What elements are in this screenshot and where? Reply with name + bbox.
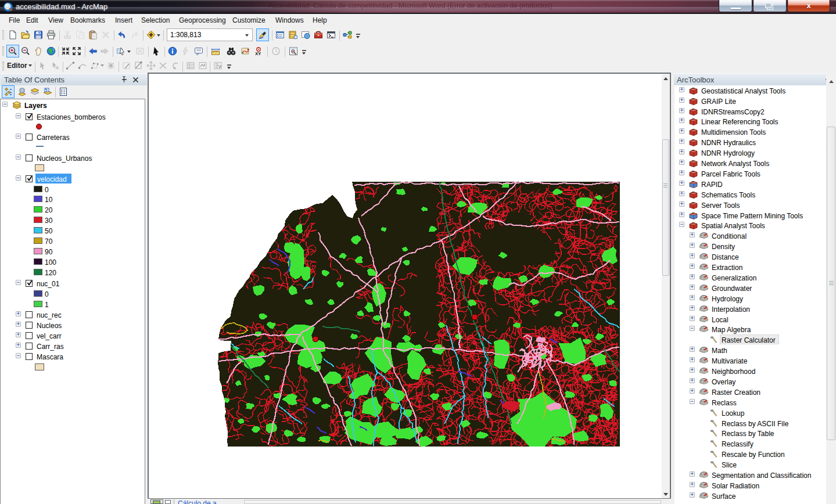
svg-text:A: A	[56, 66, 59, 70]
svg-text:XY: XY	[255, 51, 261, 56]
